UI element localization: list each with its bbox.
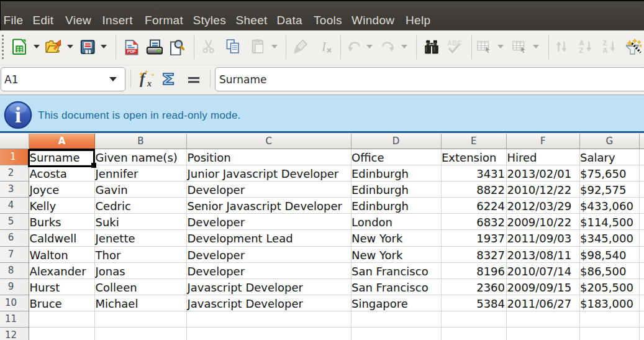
svg-text:A: A — [603, 47, 608, 54]
svg-text:PDF: PDF — [127, 49, 137, 53]
svg-text:ABC: ABC — [447, 39, 462, 47]
svg-text:i: i — [15, 103, 21, 127]
svg-text:Z: Z — [603, 39, 607, 47]
svg-text:Σ: Σ — [161, 71, 175, 88]
svg-text:A: A — [579, 39, 584, 47]
svg-text:I: I — [321, 39, 327, 54]
svg-text:x: x — [147, 79, 152, 88]
svg-text:Z: Z — [579, 47, 584, 54]
svg-text:f: f — [140, 70, 147, 87]
